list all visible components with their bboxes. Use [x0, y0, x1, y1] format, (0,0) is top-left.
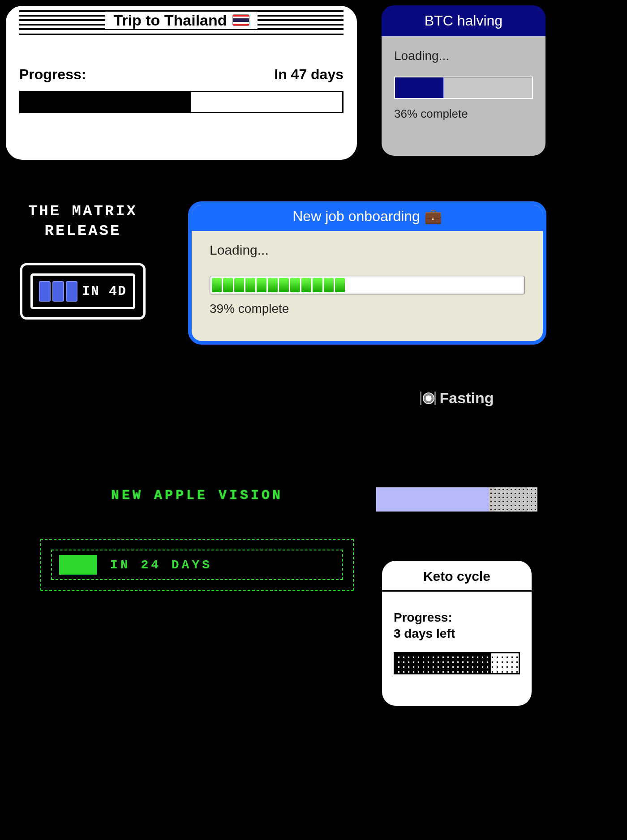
title-text: Trip to Thailand [113, 12, 227, 29]
progress-bar [376, 487, 537, 512]
progress-fill [376, 487, 489, 512]
loading-text: Loading... [394, 49, 533, 63]
progress-bar [394, 77, 533, 99]
widget-apple-vision[interactable]: NEW APPLE VISION IN 24 DAYS [40, 488, 354, 591]
progress-segments [212, 278, 345, 292]
title-bar: BTC halving [382, 5, 545, 36]
title-bar: New job onboarding 💼 [191, 204, 544, 231]
loading-text: Loading... [210, 243, 525, 258]
progress-bar [19, 91, 344, 113]
title-text: THE MATRIX RELEASE [9, 201, 157, 241]
outer-box: IN 4D [20, 263, 146, 320]
widget-trip-thailand[interactable]: Trip to Thailand Progress: In 47 days [4, 4, 358, 161]
progress-fill [395, 653, 491, 673]
progress-label: Progress: [19, 66, 86, 83]
title-text: Keto cycle [394, 569, 520, 584]
divider [19, 34, 344, 35]
days-left-text: 3 days left [394, 626, 520, 642]
progress-label: Progress: [394, 610, 520, 626]
widget-fasting[interactable]: Fasting [376, 389, 537, 512]
progress-fill [395, 77, 444, 98]
widget-btc-halving[interactable]: BTC halving Loading... 36% complete [381, 4, 546, 157]
title-row: Fasting [376, 389, 537, 407]
inner-box: IN 4D [30, 273, 135, 309]
widget-matrix-release[interactable]: THE MATRIX RELEASE IN 4D [9, 201, 157, 320]
progress-fill [21, 92, 191, 112]
title-bar: Trip to Thailand [19, 10, 344, 30]
countdown-text: IN 4D [82, 284, 127, 299]
progress-bar [394, 652, 520, 674]
countdown-text: In 47 days [274, 66, 344, 83]
inner-dashed-box: IN 24 DAYS [51, 550, 343, 580]
widget-keto-cycle[interactable]: Keto cycle Progress: 3 days left [381, 559, 533, 707]
progress-blocks [39, 281, 77, 302]
widget-job-onboarding[interactable]: New job onboarding 💼 Loading... 39% comp… [188, 201, 546, 345]
countdown-text: IN 24 DAYS [110, 558, 212, 572]
progress-bar [210, 276, 525, 294]
thailand-flag-icon [232, 14, 249, 26]
outer-dashed-box: IN 24 DAYS [40, 539, 354, 591]
percent-text: 36% complete [394, 107, 533, 121]
plate-icon [420, 391, 435, 406]
divider [382, 590, 532, 592]
title-text: NEW APPLE VISION [40, 488, 354, 503]
percent-text: 39% complete [210, 302, 525, 316]
title-text: Fasting [440, 389, 494, 406]
progress-fill [59, 555, 97, 575]
